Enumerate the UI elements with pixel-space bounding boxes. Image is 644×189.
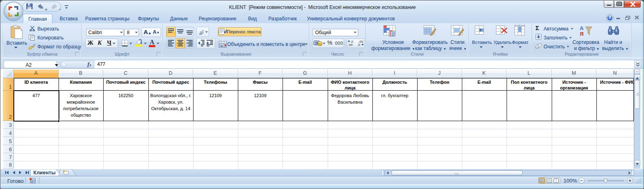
svg-text:Клиенты: Клиенты (33, 170, 56, 176)
svg-text:a: a (221, 43, 223, 48)
svg-text:Я: Я (580, 31, 583, 37)
svg-text:А: А (580, 25, 584, 31)
svg-text:,0: ,0 (357, 43, 360, 47)
svg-text:($: ($ (315, 41, 318, 45)
svg-text:,00: ,00 (348, 43, 353, 47)
